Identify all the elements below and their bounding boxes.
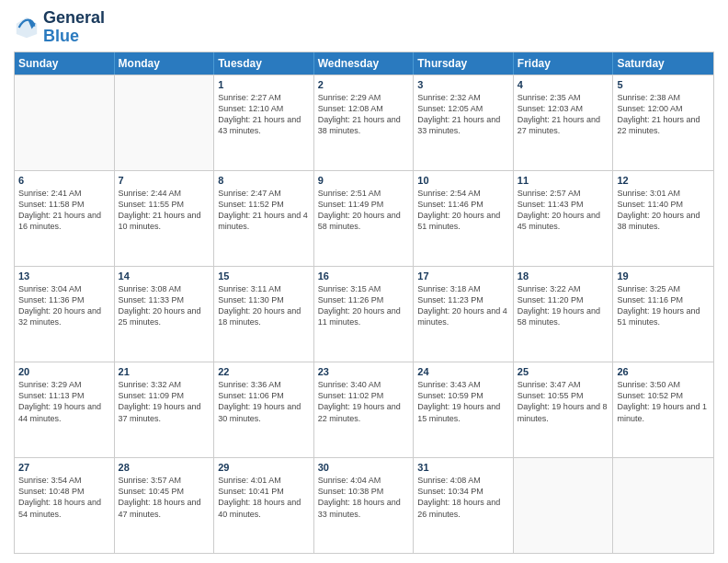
calendar-cell: 3Sunrise: 2:32 AM Sunset: 12:05 AM Dayli… [414,75,514,170]
day-number: 25 [518,365,609,378]
day-number: 8 [218,174,310,187]
calendar-cell: 25Sunrise: 3:47 AM Sunset: 10:55 PM Dayl… [514,362,614,457]
day-number: 14 [119,270,210,282]
day-number: 15 [218,270,310,282]
day-info: Sunrise: 3:40 AM Sunset: 11:02 PM Daylig… [318,379,410,424]
calendar-header-cell: Thursday [414,52,514,75]
day-info: Sunrise: 3:50 AM Sunset: 10:52 PM Daylig… [617,379,710,424]
day-info: Sunrise: 3:08 AM Sunset: 11:33 PM Daylig… [119,283,210,328]
calendar-header-cell: Sunday [15,52,115,75]
calendar-cell: 2Sunrise: 2:29 AM Sunset: 12:08 AM Dayli… [314,75,415,170]
day-info: Sunrise: 3:04 AM Sunset: 11:36 PM Daylig… [18,283,110,328]
day-info: Sunrise: 3:01 AM Sunset: 11:40 PM Daylig… [617,188,710,233]
day-number: 30 [318,461,410,474]
day-number: 24 [417,365,509,378]
logo-text: General Blue [43,9,105,46]
day-info: Sunrise: 3:25 AM Sunset: 11:16 PM Daylig… [617,283,710,328]
calendar-cell: 27Sunrise: 3:54 AM Sunset: 10:48 PM Dayl… [15,458,115,553]
calendar-row: 6Sunrise: 2:41 AM Sunset: 11:58 PM Dayli… [15,170,713,266]
calendar-row: 20Sunrise: 3:29 AM Sunset: 11:13 PM Dayl… [15,362,713,457]
header: General Blue [14,9,714,46]
day-info: Sunrise: 2:47 AM Sunset: 11:52 PM Daylig… [218,188,310,233]
day-info: Sunrise: 4:04 AM Sunset: 10:38 PM Daylig… [318,475,410,520]
calendar-cell: 17Sunrise: 3:18 AM Sunset: 11:23 PM Dayl… [414,267,514,362]
calendar-cell: 19Sunrise: 3:25 AM Sunset: 11:16 PM Dayl… [613,267,713,362]
calendar-cell: 23Sunrise: 3:40 AM Sunset: 11:02 PM Dayl… [314,362,415,457]
calendar-cell: 28Sunrise: 3:57 AM Sunset: 10:45 PM Dayl… [115,458,215,553]
day-number: 27 [18,461,110,474]
day-info: Sunrise: 2:54 AM Sunset: 11:46 PM Daylig… [417,188,509,233]
calendar-cell [613,458,713,553]
calendar-cell: 21Sunrise: 3:32 AM Sunset: 11:09 PM Dayl… [115,362,215,457]
calendar-cell: 6Sunrise: 2:41 AM Sunset: 11:58 PM Dayli… [15,171,115,266]
day-info: Sunrise: 3:57 AM Sunset: 10:45 PM Daylig… [119,475,210,520]
calendar-header-cell: Friday [514,52,614,75]
day-number: 5 [617,78,710,91]
day-info: Sunrise: 2:38 AM Sunset: 12:00 AM Daylig… [617,92,710,137]
day-number: 11 [518,174,609,187]
calendar-header: SundayMondayTuesdayWednesdayThursdayFrid… [15,52,713,75]
day-info: Sunrise: 3:15 AM Sunset: 11:26 PM Daylig… [318,283,410,328]
day-number: 3 [417,78,509,91]
calendar-header-cell: Saturday [613,52,713,75]
calendar-cell: 24Sunrise: 3:43 AM Sunset: 10:59 PM Dayl… [414,362,514,457]
calendar-cell: 8Sunrise: 2:47 AM Sunset: 11:52 PM Dayli… [214,171,314,266]
calendar-cell [514,458,614,553]
calendar-cell: 29Sunrise: 4:01 AM Sunset: 10:41 PM Dayl… [214,458,314,553]
day-number: 26 [617,365,710,378]
day-number: 18 [518,270,609,282]
day-info: Sunrise: 3:36 AM Sunset: 11:06 PM Daylig… [218,379,310,424]
day-info: Sunrise: 2:35 AM Sunset: 12:03 AM Daylig… [518,92,609,137]
day-info: Sunrise: 3:11 AM Sunset: 11:30 PM Daylig… [218,283,310,328]
day-info: Sunrise: 2:27 AM Sunset: 12:10 AM Daylig… [218,92,310,137]
day-info: Sunrise: 2:41 AM Sunset: 11:58 PM Daylig… [18,188,110,233]
calendar-cell: 14Sunrise: 3:08 AM Sunset: 11:33 PM Dayl… [115,267,215,362]
day-number: 6 [18,174,110,187]
day-info: Sunrise: 4:01 AM Sunset: 10:41 PM Daylig… [218,475,310,520]
calendar-row: 27Sunrise: 3:54 AM Sunset: 10:48 PM Dayl… [15,457,713,553]
day-info: Sunrise: 2:29 AM Sunset: 12:08 AM Daylig… [318,92,410,137]
day-number: 12 [617,174,710,187]
day-number: 9 [318,174,410,187]
calendar-cell: 9Sunrise: 2:51 AM Sunset: 11:49 PM Dayli… [314,171,415,266]
day-number: 23 [318,365,410,378]
calendar-cell: 5Sunrise: 2:38 AM Sunset: 12:00 AM Dayli… [613,75,713,170]
calendar-cell: 4Sunrise: 2:35 AM Sunset: 12:03 AM Dayli… [514,75,614,170]
calendar-cell [15,75,115,170]
day-info: Sunrise: 3:18 AM Sunset: 11:23 PM Daylig… [417,283,509,328]
day-number: 20 [18,365,110,378]
calendar-header-cell: Monday [115,52,215,75]
calendar-cell: 13Sunrise: 3:04 AM Sunset: 11:36 PM Dayl… [15,267,115,362]
page: General Blue SundayMondayTuesdayWednesda… [0,0,728,563]
calendar-cell: 11Sunrise: 2:57 AM Sunset: 11:43 PM Dayl… [514,171,614,266]
calendar-cell: 16Sunrise: 3:15 AM Sunset: 11:26 PM Dayl… [314,267,415,362]
day-info: Sunrise: 3:43 AM Sunset: 10:59 PM Daylig… [417,379,509,424]
calendar-cell: 30Sunrise: 4:04 AM Sunset: 10:38 PM Dayl… [314,458,415,553]
day-number: 10 [417,174,509,187]
logo: General Blue [14,9,105,46]
day-number: 31 [417,461,509,474]
day-info: Sunrise: 2:51 AM Sunset: 11:49 PM Daylig… [318,188,410,233]
day-info: Sunrise: 4:08 AM Sunset: 10:34 PM Daylig… [417,475,509,520]
day-number: 29 [218,461,310,474]
calendar-row: 13Sunrise: 3:04 AM Sunset: 11:36 PM Dayl… [15,266,713,362]
calendar-cell: 22Sunrise: 3:36 AM Sunset: 11:06 PM Dayl… [214,362,314,457]
day-info: Sunrise: 3:22 AM Sunset: 11:20 PM Daylig… [518,283,609,328]
day-number: 7 [119,174,210,187]
day-info: Sunrise: 3:54 AM Sunset: 10:48 PM Daylig… [18,475,110,520]
day-info: Sunrise: 2:57 AM Sunset: 11:43 PM Daylig… [518,188,609,233]
day-number: 19 [617,270,710,282]
day-number: 21 [119,365,210,378]
day-number: 22 [218,365,310,378]
day-number: 13 [18,270,110,282]
day-info: Sunrise: 2:32 AM Sunset: 12:05 AM Daylig… [417,92,509,137]
day-number: 17 [417,270,509,282]
calendar-cell: 7Sunrise: 2:44 AM Sunset: 11:55 PM Dayli… [115,171,215,266]
logo-icon [14,15,40,40]
calendar-cell: 1Sunrise: 2:27 AM Sunset: 12:10 AM Dayli… [214,75,314,170]
day-number: 16 [318,270,410,282]
calendar-cell: 10Sunrise: 2:54 AM Sunset: 11:46 PM Dayl… [414,171,514,266]
calendar-cell: 26Sunrise: 3:50 AM Sunset: 10:52 PM Dayl… [613,362,713,457]
day-number: 1 [218,78,310,91]
day-number: 4 [518,78,609,91]
